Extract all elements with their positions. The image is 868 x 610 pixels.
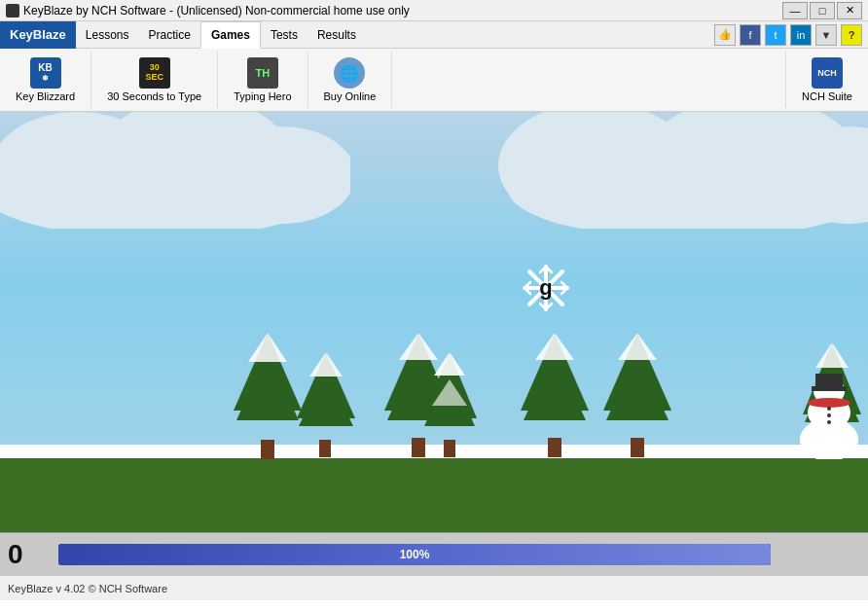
menubar: KeyBlaze Lessons Practice Games Tests Re… bbox=[0, 21, 868, 49]
snowman-bottom bbox=[782, 533, 860, 576]
typing-hero-icon: TH bbox=[247, 57, 278, 89]
svg-point-57 bbox=[827, 407, 831, 411]
progress-bar-container: 100% bbox=[58, 544, 771, 565]
svg-rect-37 bbox=[548, 438, 561, 457]
svg-point-54 bbox=[808, 398, 850, 408]
30-seconds-label: 30 Seconds to Type bbox=[107, 90, 201, 102]
nch-suite-icon: NCH bbox=[812, 57, 843, 89]
progress-label: 100% bbox=[400, 548, 430, 561]
svg-point-59 bbox=[827, 420, 831, 424]
menu-tests[interactable]: Tests bbox=[261, 21, 307, 49]
title-text: KeyBlaze by NCH Software - (Unlicensed) … bbox=[23, 4, 410, 18]
help-icon[interactable]: ? bbox=[841, 24, 862, 46]
key-blizzard-icon: KB❄ bbox=[30, 57, 61, 89]
30-seconds-icon: 30SEC bbox=[139, 57, 170, 89]
svg-rect-53 bbox=[812, 386, 847, 391]
svg-rect-32 bbox=[444, 440, 455, 457]
svg-point-58 bbox=[827, 413, 831, 417]
tree-6 bbox=[598, 333, 676, 459]
svg-marker-27 bbox=[309, 352, 343, 377]
svg-marker-35 bbox=[434, 352, 465, 376]
cloud-right bbox=[498, 112, 868, 229]
tree-4 bbox=[418, 352, 482, 459]
snowflake: g bbox=[521, 263, 571, 313]
menu-games[interactable]: Games bbox=[200, 21, 261, 49]
menu-lessons[interactable]: Lessons bbox=[76, 21, 139, 49]
share-dropdown-icon[interactable]: ▼ bbox=[815, 24, 837, 46]
svg-point-56 bbox=[833, 385, 837, 389]
svg-marker-44 bbox=[618, 333, 657, 360]
maximize-button[interactable]: □ bbox=[810, 2, 835, 19]
snowman-area bbox=[790, 362, 868, 459]
svg-marker-40 bbox=[535, 333, 574, 360]
score-display: 0 bbox=[8, 539, 47, 570]
toolbar: KB❄ Key Blizzard 30SEC 30 Seconds to Typ… bbox=[0, 49, 868, 112]
linkedin-icon[interactable]: in bbox=[790, 24, 812, 46]
nch-suite-label: NCH Suite bbox=[802, 90, 852, 102]
toolbar-nch-suite[interactable]: NCH NCH Suite bbox=[785, 52, 868, 108]
snowman-svg bbox=[790, 362, 868, 459]
menu-results[interactable]: Results bbox=[307, 21, 366, 49]
facebook-icon[interactable]: f bbox=[740, 24, 761, 46]
twitter-icon[interactable]: t bbox=[765, 24, 786, 46]
menu-right: 👍 f t in ▼ ? bbox=[714, 24, 868, 46]
buy-online-label: Buy Online bbox=[324, 90, 377, 102]
minimize-button[interactable]: — bbox=[782, 2, 808, 19]
buy-online-icon: 🌐 bbox=[334, 57, 365, 89]
typing-hero-label: Typing Hero bbox=[234, 90, 291, 102]
svg-rect-20 bbox=[261, 440, 274, 459]
brand-label[interactable]: KeyBlaze bbox=[0, 21, 76, 49]
snowflake-letter: g bbox=[539, 275, 552, 301]
game-area: g bbox=[0, 112, 868, 532]
titlebar-controls: — □ ✕ bbox=[782, 2, 862, 19]
close-button[interactable]: ✕ bbox=[837, 2, 862, 19]
app-icon bbox=[6, 4, 19, 18]
toolbar-buy-online[interactable]: 🌐 Buy Online bbox=[308, 52, 393, 108]
key-blizzard-label: Key Blizzard bbox=[16, 90, 75, 102]
svg-rect-41 bbox=[631, 438, 644, 457]
svg-point-3 bbox=[209, 126, 350, 224]
svg-point-55 bbox=[821, 385, 825, 389]
bottom-bar: 0 100% bbox=[0, 532, 868, 575]
svg-marker-23 bbox=[248, 333, 287, 362]
thumbs-up-icon[interactable]: 👍 bbox=[714, 24, 736, 46]
status-text: KeyBlaze v 4.02 © NCH Software bbox=[8, 583, 167, 594]
tree-5 bbox=[516, 333, 594, 459]
menu-practice[interactable]: Practice bbox=[139, 21, 200, 49]
toolbar-30-seconds[interactable]: 30SEC 30 Seconds to Type bbox=[91, 52, 218, 108]
tree-2 bbox=[292, 352, 360, 459]
statusbar: KeyBlaze v 4.02 © NCH Software bbox=[0, 575, 868, 600]
toolbar-key-blizzard[interactable]: KB❄ Key Blizzard bbox=[0, 52, 91, 108]
toolbar-typing-hero[interactable]: TH Typing Hero bbox=[218, 52, 307, 108]
titlebar-left: KeyBlaze by NCH Software - (Unlicensed) … bbox=[6, 4, 410, 18]
cloud-left bbox=[0, 112, 350, 229]
svg-rect-24 bbox=[319, 440, 331, 457]
titlebar: KeyBlaze by NCH Software - (Unlicensed) … bbox=[0, 0, 868, 21]
